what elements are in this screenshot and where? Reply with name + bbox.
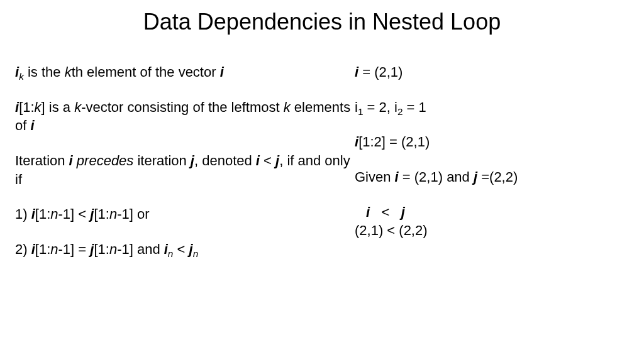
- text: [1:: [94, 206, 109, 222]
- text: -1] =: [58, 241, 91, 257]
- condition-1: 1) i[1:n-1] < j[1:n-1] or: [15, 205, 355, 224]
- text: -1] and: [117, 241, 164, 257]
- text: i: [220, 64, 224, 80]
- slide-body: ik is the kth element of the vector i i[…: [15, 63, 629, 349]
- example-comparison: i < j (2,1) < (2,2): [355, 203, 629, 240]
- text: iteration: [133, 153, 191, 168]
- left-column: ik is the kth element of the vector i i[…: [15, 63, 355, 349]
- text: [1:: [94, 241, 109, 257]
- text: = (2,1) and: [399, 169, 474, 185]
- text: precedes: [73, 153, 134, 168]
- text: 1): [15, 206, 31, 222]
- text: = 1: [402, 99, 426, 115]
- text: <: [370, 204, 401, 220]
- text: -1] <: [58, 206, 91, 222]
- text: <: [260, 153, 275, 168]
- text: k: [284, 99, 291, 115]
- text: = (2,1): [358, 64, 402, 80]
- text: <: [173, 241, 189, 257]
- definition-precedes: Iteration i precedes iteration j, denote…: [15, 151, 355, 189]
- text: n: [109, 241, 117, 257]
- condition-2: 2) i[1:n-1] = j[1:n-1] and in < jn: [15, 240, 355, 259]
- slide: Data Dependencies in Nested Loop ik is t…: [0, 0, 644, 362]
- text: Iteration: [15, 153, 69, 168]
- text: -vector consisting of the leftmost: [81, 99, 284, 115]
- comparison-symbolic: i < j: [355, 203, 629, 222]
- definition-subvector: i[1:k] is a k-vector consisting of the l…: [15, 98, 355, 135]
- example-vector: i = (2,1): [355, 63, 629, 82]
- text: n: [50, 206, 58, 222]
- example-given: Given i = (2,1) and j =(2,2): [355, 168, 629, 187]
- comparison-numeric: (2,1) < (2,2): [355, 221, 629, 240]
- text: j: [401, 204, 405, 220]
- text: th element of the vector: [72, 64, 220, 80]
- text: ] is a: [42, 99, 75, 115]
- text: n: [193, 249, 199, 260]
- example-elements: i1 = 2, i2 = 1: [355, 98, 629, 117]
- example-subvector: i[1:2] = (2,1): [355, 133, 629, 151]
- text: [1:: [19, 99, 34, 115]
- text: 2): [15, 241, 31, 257]
- text: is the: [24, 64, 65, 80]
- text: [1:: [35, 241, 50, 257]
- text: =(2,2): [477, 169, 518, 185]
- right-column: i = (2,1) i1 = 2, i2 = 1 i[1:2] = (2,1) …: [355, 63, 629, 349]
- text: n: [109, 206, 117, 222]
- slide-title: Data Dependencies in Nested Loop: [0, 9, 644, 35]
- text: [1:2] = (2,1): [358, 134, 430, 150]
- text: k: [35, 99, 42, 115]
- text: n: [50, 241, 58, 257]
- text: = 2, i: [363, 99, 397, 115]
- text: -1] or: [117, 206, 149, 222]
- text: , denoted: [194, 153, 256, 168]
- text: k: [65, 64, 72, 80]
- text: k: [19, 71, 24, 82]
- definition-element: ik is the kth element of the vector i: [15, 63, 355, 82]
- text: [1:: [35, 206, 50, 222]
- text: i: [30, 118, 34, 133]
- text: k: [74, 99, 81, 115]
- text: Given: [355, 169, 395, 185]
